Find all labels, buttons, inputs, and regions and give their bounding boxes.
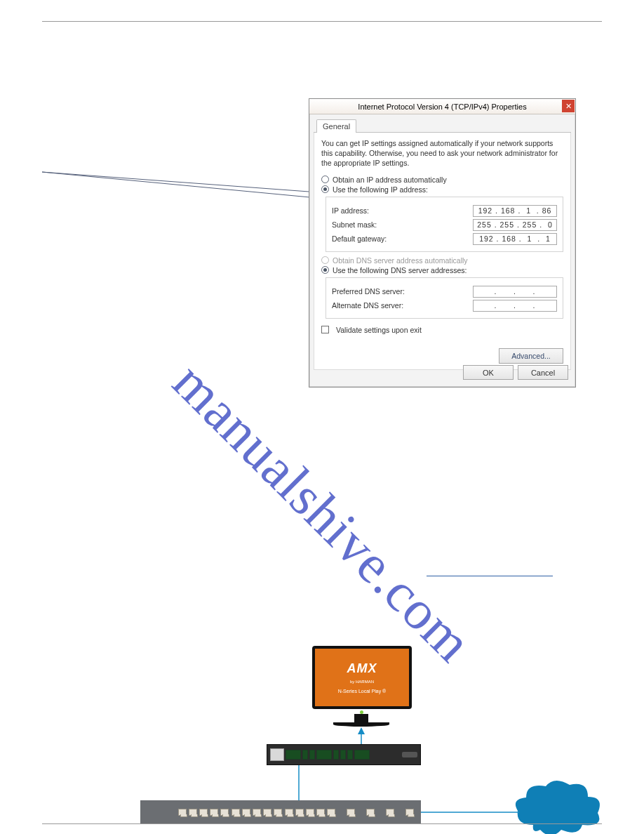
ok-button[interactable]: OK [463,365,514,380]
monitor-sub2: N-Series Local Play ® [338,688,387,694]
pref-dns-input[interactable] [473,286,557,298]
dialog-body: You can get IP settings assigned automat… [314,133,571,370]
radio-auto-label: Obtain an IP address automatically [333,176,447,184]
processor-unit [267,744,421,765]
cancel-button[interactable]: Cancel [518,365,568,380]
radio-use-following[interactable]: Use the following IP address: [321,185,563,194]
radio-icon [321,185,329,193]
cloud-icon [512,779,603,834]
watermark-text: manualshive.com [161,350,485,675]
ip-group: IP address: Subnet mask: Default gateway… [326,197,563,252]
alt-dns-label: Alternate DNS server: [332,301,403,310]
dialog-title: Internet Protocol Version 4 (TCP/IPv4) P… [358,102,526,111]
dns-group: Preferred DNS server: Alternate DNS serv… [326,277,563,319]
bottom-hr [42,823,602,824]
monitor-brand: AMX [347,661,377,677]
svg-marker-6 [358,727,365,734]
tab-general[interactable]: General [316,119,356,133]
radio-obtain-auto[interactable]: Obtain an IP address automatically [321,176,563,184]
close-icon[interactable]: ✕ [562,100,575,112]
gateway-label: Default gateway: [332,234,387,243]
radio-dns-manual[interactable]: Use the following DNS server addresses: [321,266,563,274]
monitor-sub1: by HARMAN [350,680,374,685]
ip-properties-dialog: Internet Protocol Version 4 (TCP/IPv4) P… [309,98,576,388]
alt-dns-input[interactable] [473,300,557,312]
radio-icon [321,266,329,274]
pref-dns-label: Preferred DNS server: [332,287,405,296]
subnet-label: Subnet mask: [332,220,377,229]
svg-line-2 [42,172,325,199]
top-hr [42,21,602,22]
gateway-input[interactable] [473,233,557,245]
dialog-footer: OK Cancel [459,361,572,384]
dns-manual-label: Use the following DNS server addresses: [333,266,467,274]
intro-text: You can get IP settings assigned automat… [321,138,563,168]
checkbox-icon [321,326,329,333]
tab-strip: General [314,119,571,133]
validate-row[interactable]: Validate settings upon exit [321,326,563,334]
network-diagram: AMX by HARMAN N-Series Local Play ® [140,646,617,834]
validate-label: Validate settings upon exit [336,326,422,334]
network-switch [140,800,421,824]
ip-label: IP address: [332,206,369,215]
radio-dns-auto: Obtain DNS server address automatically [321,256,563,265]
link-underline [427,576,553,576]
radio-icon [321,176,329,183]
dialog-title-bar: Internet Protocol Version 4 (TCP/IPv4) P… [309,99,575,114]
ip-input[interactable] [473,205,557,217]
monitor: AMX by HARMAN N-Series Local Play ® [312,646,410,727]
hdmi-port-icon [402,752,417,757]
radio-manual-label: Use the following IP address: [333,185,428,194]
radio-icon [321,256,329,264]
subnet-input[interactable] [473,219,557,231]
dns-auto-label: Obtain DNS server address automatically [333,256,468,265]
